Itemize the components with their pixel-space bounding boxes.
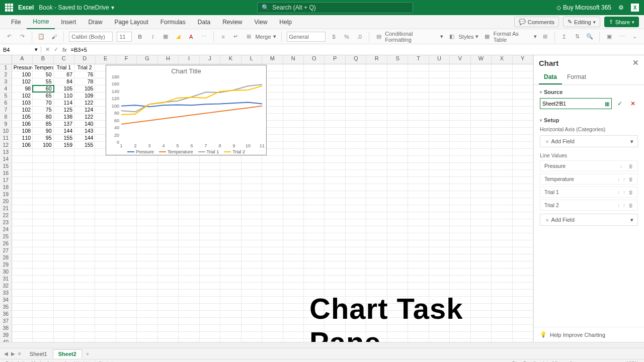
cell[interactable] (220, 212, 241, 219)
cell[interactable] (12, 198, 33, 205)
cell[interactable] (54, 156, 74, 162)
cell[interactable] (492, 114, 512, 120)
cell[interactable] (346, 268, 366, 275)
cell[interactable] (325, 261, 345, 268)
cell[interactable] (116, 318, 137, 324)
cell[interactable] (179, 276, 199, 282)
col-head-A[interactable]: A (12, 55, 33, 64)
cell[interactable] (33, 254, 53, 261)
cell[interactable] (33, 332, 53, 338)
cell[interactable] (346, 191, 366, 198)
cell[interactable] (54, 339, 74, 342)
cell[interactable] (116, 304, 137, 310)
cell[interactable] (346, 177, 366, 184)
cell[interactable] (283, 100, 304, 106)
delete-icon[interactable]: 🗑 (628, 203, 633, 208)
cell[interactable] (158, 219, 179, 226)
cell[interactable] (304, 198, 325, 205)
cell[interactable] (513, 93, 533, 99)
document-title[interactable]: Book - Saved to OneDrive▾ (39, 4, 114, 11)
font-color-button[interactable]: A (187, 32, 195, 41)
cell[interactable] (325, 100, 345, 106)
cell[interactable] (283, 226, 304, 233)
row-head[interactable]: 28 (0, 254, 12, 261)
cell[interactable] (346, 107, 366, 113)
cell[interactable] (429, 107, 450, 113)
font-size-select[interactable]: 11 (117, 32, 131, 42)
search-input[interactable]: 🔍 Search (Alt + Q) (257, 2, 413, 13)
cell[interactable] (33, 212, 53, 219)
comments-button[interactable]: 💬Comments (514, 17, 559, 27)
cell[interactable] (304, 135, 325, 141)
cell[interactable] (471, 254, 492, 261)
cell[interactable] (158, 276, 179, 282)
row-head[interactable]: 10 (0, 128, 12, 134)
cell[interactable] (492, 261, 512, 268)
cell[interactable] (242, 212, 262, 219)
cell[interactable] (513, 64, 533, 71)
row-head[interactable]: 38 (0, 325, 12, 331)
cell[interactable] (387, 135, 408, 141)
row-head[interactable]: 14 (0, 156, 12, 162)
cell[interactable] (200, 339, 220, 342)
cell[interactable] (74, 276, 95, 282)
col-head-V[interactable]: V (450, 55, 470, 64)
cell[interactable] (429, 240, 450, 247)
row-head[interactable]: 11 (0, 135, 12, 141)
cell[interactable] (471, 170, 492, 176)
cell[interactable] (387, 149, 408, 155)
cell[interactable] (408, 177, 429, 184)
cell[interactable] (137, 318, 157, 324)
cell[interactable]: 110 (12, 135, 33, 141)
cell[interactable] (471, 78, 492, 85)
col-head-P[interactable]: P (325, 55, 345, 64)
cell[interactable] (95, 233, 116, 240)
cell[interactable]: 65 (33, 93, 53, 99)
cell[interactable] (387, 247, 408, 254)
cell[interactable] (325, 107, 345, 113)
cell[interactable] (366, 100, 387, 106)
cell[interactable] (179, 226, 199, 233)
cell[interactable] (346, 128, 366, 134)
cell[interactable] (95, 170, 116, 176)
cell[interactable] (137, 325, 157, 331)
formula-input[interactable]: =B3+5 (71, 47, 87, 53)
cell[interactable] (429, 121, 450, 127)
cell[interactable] (12, 297, 33, 303)
cell[interactable] (33, 219, 53, 226)
cell[interactable] (179, 318, 199, 324)
cell[interactable] (513, 276, 533, 282)
cell[interactable] (12, 276, 33, 282)
cell[interactable] (325, 93, 345, 99)
cell[interactable] (304, 240, 325, 247)
cell[interactable]: 98 (12, 85, 33, 92)
cell[interactable] (116, 156, 137, 162)
cell[interactable] (220, 205, 241, 212)
cell[interactable] (366, 226, 387, 233)
row-head[interactable]: 21 (0, 205, 12, 212)
row-head[interactable]: 12 (0, 142, 12, 148)
tab-draw[interactable]: Draw (82, 15, 108, 29)
cell[interactable] (450, 107, 470, 113)
cell[interactable] (262, 268, 283, 275)
cell[interactable]: 80 (33, 114, 53, 120)
cell[interactable] (95, 226, 116, 233)
row-head[interactable]: 15 (0, 163, 12, 169)
cell[interactable] (325, 268, 345, 275)
cell[interactable]: 105 (74, 85, 95, 92)
cell[interactable] (262, 276, 283, 282)
horizontal-scrollbar[interactable] (0, 342, 644, 348)
cell[interactable] (471, 226, 492, 233)
cell[interactable] (513, 128, 533, 134)
cell[interactable] (33, 304, 53, 310)
select-all-corner[interactable] (0, 55, 12, 64)
cell[interactable] (283, 212, 304, 219)
undo-button[interactable]: ↶ (5, 32, 14, 41)
cell[interactable] (408, 100, 429, 106)
cell[interactable]: 125 (54, 107, 74, 113)
cell[interactable] (429, 191, 450, 198)
cell[interactable] (346, 212, 366, 219)
cell[interactable] (12, 339, 33, 342)
taskpane-tab-format[interactable]: Format (562, 70, 591, 84)
cell[interactable] (387, 170, 408, 176)
